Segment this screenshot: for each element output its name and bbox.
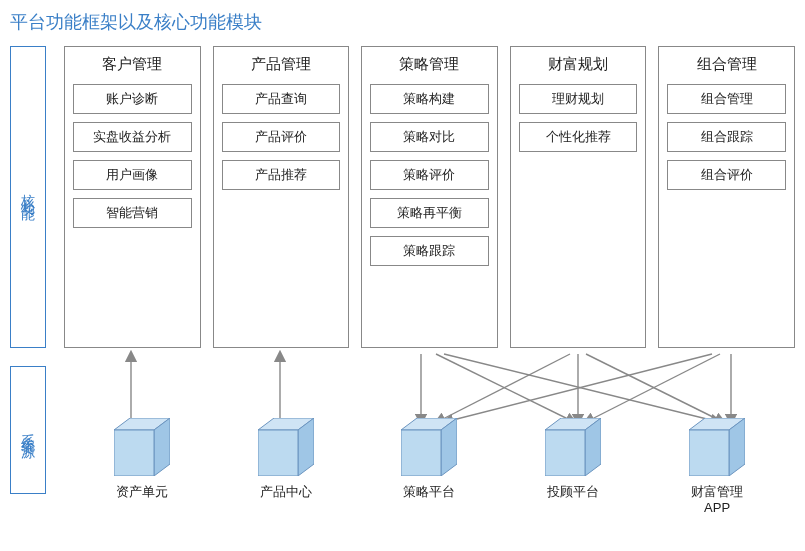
module-item: 策略再平衡 (370, 198, 489, 228)
side-label-core: 核心功能 1 (10, 46, 46, 348)
modules-row: 客户管理 账户诊断 实盘收益分析 用户画像 智能营销 产品管理 产品查询 产品评… (64, 46, 795, 348)
module-item: 个性化推荐 (519, 122, 638, 152)
svg-rect-16 (258, 430, 298, 476)
cube-icon (689, 418, 745, 476)
svg-rect-19 (401, 430, 441, 476)
module-item: 产品查询 (222, 84, 341, 114)
content-area: 客户管理 账户诊断 实盘收益分析 用户画像 智能营销 产品管理 产品查询 产品评… (46, 46, 795, 515)
module-title: 策略管理 (399, 55, 459, 74)
side-labels-column: 核心功能 1 系统资源 (10, 46, 46, 515)
module-item: 策略评价 (370, 160, 489, 190)
module-customer: 客户管理 账户诊断 实盘收益分析 用户画像 智能营销 (64, 46, 201, 348)
cube-icon (258, 418, 314, 476)
module-portfolio: 组合管理 组合管理 组合跟踪 组合评价 (658, 46, 795, 348)
resource-label: 策略平台 (403, 484, 455, 500)
module-item: 理财规划 (519, 84, 638, 114)
resource-strategy-platform: 策略平台 (364, 418, 496, 515)
module-item: 用户画像 (73, 160, 192, 190)
resource-wealth-app: 财富管理APP (651, 418, 783, 515)
svg-rect-25 (689, 430, 729, 476)
module-item: 组合评价 (667, 160, 786, 190)
side-label-sys-text: 系统资源 (19, 422, 37, 438)
diagram-title: 平台功能框架以及核心功能模块 (10, 10, 795, 34)
module-product: 产品管理 产品查询 产品评价 产品推荐 (213, 46, 350, 348)
resource-label: 产品中心 (260, 484, 312, 500)
module-item: 产品评价 (222, 122, 341, 152)
side-label-core-text: 核心功能 (19, 183, 37, 199)
module-item: 账户诊断 (73, 84, 192, 114)
module-item: 组合管理 (667, 84, 786, 114)
resource-label: 资产单元 (116, 484, 168, 500)
svg-rect-22 (545, 430, 585, 476)
cube-icon (114, 418, 170, 476)
resource-label: 财富管理APP (691, 484, 743, 515)
module-item: 智能营销 (73, 198, 192, 228)
resource-product-center: 产品中心 (220, 418, 352, 515)
module-wealth: 财富规划 理财规划 个性化推荐 (510, 46, 647, 348)
resource-advisory-platform: 投顾平台 (507, 418, 639, 515)
side-label-core-footnote: 1 (24, 201, 33, 211)
module-item: 策略跟踪 (370, 236, 489, 266)
side-label-sys: 系统资源 (10, 366, 46, 494)
module-item: 产品推荐 (222, 160, 341, 190)
resource-asset-unit: 资产单元 (76, 418, 208, 515)
cube-icon (401, 418, 457, 476)
module-title: 财富规划 (548, 55, 608, 74)
resource-label: 投顾平台 (547, 484, 599, 500)
resources-row: 资产单元 产品中心 (64, 418, 795, 515)
module-item: 策略构建 (370, 84, 489, 114)
main-layout: 核心功能 1 系统资源 客户管理 账户诊断 实盘收益分析 用户画像 智能营销 产… (10, 46, 795, 515)
module-item: 实盘收益分析 (73, 122, 192, 152)
module-strategy: 策略管理 策略构建 策略对比 策略评价 策略再平衡 策略跟踪 (361, 46, 498, 348)
module-title: 客户管理 (102, 55, 162, 74)
svg-rect-13 (114, 430, 154, 476)
cube-icon (545, 418, 601, 476)
module-item: 策略对比 (370, 122, 489, 152)
module-item: 组合跟踪 (667, 122, 786, 152)
module-title: 产品管理 (251, 55, 311, 74)
module-title: 组合管理 (697, 55, 757, 74)
